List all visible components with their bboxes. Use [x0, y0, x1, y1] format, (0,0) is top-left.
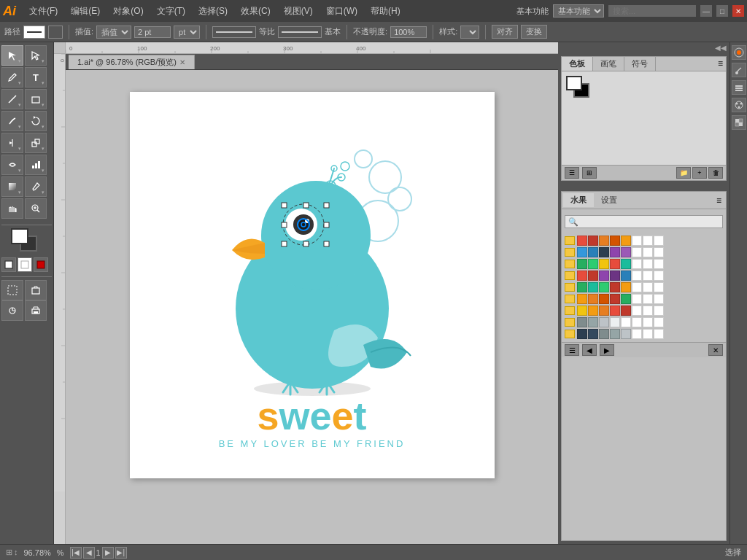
color-swatch[interactable]	[621, 247, 631, 257]
align-button[interactable]: 对齐	[492, 25, 518, 39]
color-swatch[interactable]	[577, 271, 587, 281]
color-swatch[interactable]	[599, 282, 609, 292]
color-swatch-empty[interactable]	[643, 247, 653, 257]
minimize-button[interactable]: —	[700, 5, 712, 17]
pt-input[interactable]	[134, 26, 171, 38]
menu-help[interactable]: 帮助(H)	[365, 4, 406, 19]
fill-color-box[interactable]	[48, 26, 63, 39]
menu-text[interactable]: 文字(T)	[151, 4, 191, 19]
color-swatch-empty[interactable]	[654, 236, 664, 246]
select-tool[interactable]: ▾	[1, 45, 23, 66]
folder-icon[interactable]	[565, 330, 575, 338]
transparency-btn[interactable]	[732, 115, 746, 130]
effects-delete-btn[interactable]: ✕	[708, 344, 723, 356]
color-swatch-empty[interactable]	[632, 294, 642, 304]
color-swatch-empty[interactable]	[654, 329, 664, 339]
tab-close-button[interactable]: ✕	[179, 58, 185, 66]
fill-stroke-indicator[interactable]	[566, 76, 592, 99]
line-style-box[interactable]	[212, 26, 256, 38]
color-swatch-empty[interactable]	[632, 282, 642, 292]
direct-select-tool[interactable]: ▾	[25, 45, 47, 66]
color-swatch[interactable]	[621, 259, 631, 269]
new-color-group-btn[interactable]: 📁	[676, 167, 691, 179]
color-swatch[interactable]	[599, 236, 609, 246]
normal-mode[interactable]	[1, 257, 16, 272]
color-swatch[interactable]	[610, 282, 620, 292]
color-swatch[interactable]	[588, 259, 598, 269]
graph-tool[interactable]: ▾	[25, 155, 47, 175]
bird-illustration[interactable]	[188, 141, 436, 396]
swatch-list-view[interactable]: ☰	[565, 167, 579, 179]
color-swatch[interactable]	[588, 329, 598, 339]
color-swatch-empty[interactable]	[632, 317, 642, 327]
color-swatch[interactable]	[588, 271, 598, 281]
color-swatch[interactable]	[599, 271, 609, 281]
effects-search-input[interactable]	[565, 215, 723, 228]
tab-brushes[interactable]: 画笔	[593, 57, 624, 71]
pencil-tool[interactable]: ▾	[1, 111, 23, 131]
color-swatch-empty[interactable]	[654, 271, 664, 281]
folder-icon[interactable]	[565, 236, 575, 245]
color-swatch-empty[interactable]	[654, 317, 664, 327]
color-swatch[interactable]	[577, 259, 587, 269]
pen-tool[interactable]: ▾	[1, 67, 23, 88]
color-swatch[interactable]	[588, 236, 598, 246]
dark-mode[interactable]	[34, 257, 48, 272]
stroke-color-box[interactable]	[23, 26, 45, 39]
tab-color-swatches[interactable]: 色板	[562, 57, 593, 71]
measure-tool[interactable]	[1, 300, 23, 321]
menu-select[interactable]: 选择(S)	[193, 4, 233, 19]
folder-icon[interactable]	[565, 271, 575, 280]
tab-effects[interactable]: 水果	[563, 193, 594, 207]
line-style2-box[interactable]	[278, 26, 322, 38]
document-tab[interactable]: 1.ai* @ 96.78% (RGB/预览) ✕	[69, 55, 195, 69]
color-swatch-empty[interactable]	[632, 259, 642, 269]
canvas-scroll[interactable]: 1.ai* @ 96.78% (RGB/预览) ✕	[66, 54, 558, 544]
last-artboard-btn[interactable]: ▶|	[115, 547, 127, 559]
color-swatch[interactable]	[621, 271, 631, 281]
rotate-tool[interactable]: ▾	[25, 111, 47, 131]
color-swatch-empty[interactable]	[643, 271, 653, 281]
color-swatch[interactable]	[577, 282, 587, 292]
interpolation-select[interactable]: 插值	[96, 26, 131, 39]
scale-tool[interactable]: ▾	[25, 133, 47, 153]
color-swatch[interactable]	[577, 329, 587, 339]
workspace-select[interactable]: 基本功能	[553, 4, 604, 18]
color-swatch-empty[interactable]	[632, 271, 642, 281]
color-swatch[interactable]	[610, 306, 620, 316]
color-swatch-empty[interactable]	[654, 306, 664, 316]
effects-icon-btn[interactable]	[732, 98, 746, 112]
folder-icon[interactable]	[565, 318, 575, 327]
tab-symbols[interactable]: 符号	[624, 57, 656, 71]
hand-tool[interactable]	[1, 198, 23, 219]
color-swatch[interactable]	[599, 329, 609, 339]
color-swatch-empty[interactable]	[643, 282, 653, 292]
maximize-button[interactable]: □	[716, 5, 728, 17]
menu-window[interactable]: 窗口(W)	[320, 4, 363, 19]
color-swatch[interactable]	[599, 306, 609, 316]
color-swatch[interactable]	[621, 236, 631, 246]
tab-settings[interactable]: 设置	[594, 193, 624, 207]
folder-icon[interactable]	[565, 295, 575, 303]
layers-btn[interactable]	[732, 80, 746, 95]
color-swatch[interactable]	[577, 317, 587, 327]
color-swatch[interactable]	[577, 247, 587, 257]
white-mode[interactable]	[18, 257, 32, 272]
color-swatch[interactable]	[588, 247, 598, 257]
color-swatch[interactable]	[588, 294, 598, 304]
folder-icon[interactable]	[565, 306, 575, 315]
color-swatch[interactable]	[621, 317, 631, 327]
color-swatch[interactable]	[621, 294, 631, 304]
panel-menu-btn[interactable]: ≡	[715, 57, 726, 71]
color-swatch[interactable]	[621, 306, 631, 316]
color-swatch[interactable]	[610, 259, 620, 269]
prev-artboard-btn[interactable]: ◀	[83, 547, 95, 559]
folder-icon[interactable]	[565, 248, 575, 257]
eyedropper-tool[interactable]: ▾	[25, 176, 47, 197]
folder-icon[interactable]	[565, 283, 575, 292]
color-swatch-empty[interactable]	[643, 236, 653, 246]
color-swatch[interactable]	[599, 317, 609, 327]
swatch-grid-view[interactable]: ⊞	[582, 167, 597, 179]
color-swatch[interactable]	[588, 317, 598, 327]
color-swatch[interactable]	[610, 317, 620, 327]
